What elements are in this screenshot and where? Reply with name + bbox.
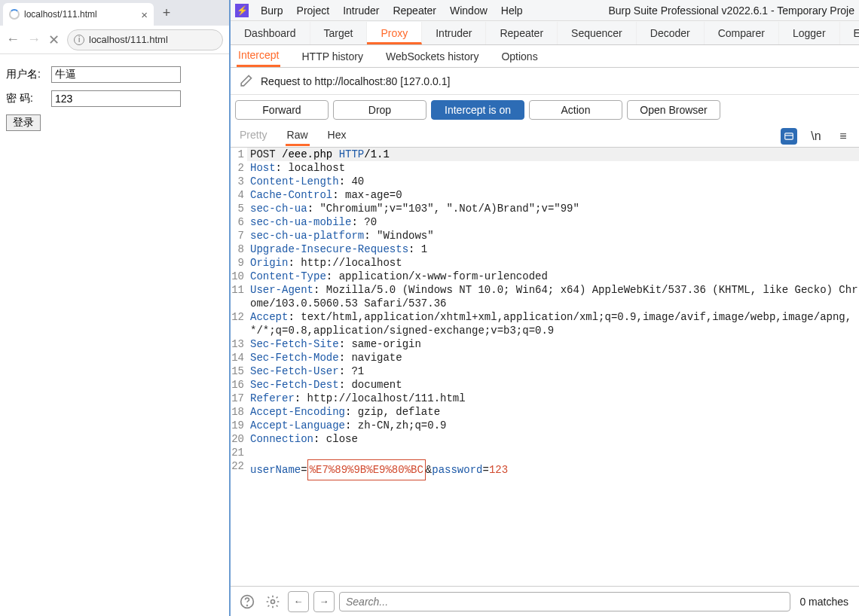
burp-sub-tabs: InterceptHTTP historyWebSockets historyO… — [231, 45, 859, 68]
request-info-bar: Request to http://localhost:80 [127.0.0.… — [231, 68, 859, 95]
tab-logger[interactable]: Logger — [779, 22, 840, 44]
message-editor-icon[interactable] — [781, 128, 797, 145]
tab-target[interactable]: Target — [310, 22, 368, 44]
code-line: 6sec-ch-ua-mobile: ?0 — [231, 215, 859, 229]
viewtab-pretty[interactable]: Pretty — [238, 126, 269, 146]
prev-match-button[interactable]: ← — [288, 591, 309, 612]
next-match-button[interactable]: → — [313, 591, 335, 612]
request-editor[interactable]: 1POST /eee.php HTTP/1.12Host: localhost3… — [231, 148, 859, 586]
code-line: 20Connection: close — [231, 432, 859, 446]
action-bar: Forward Drop Intercept is on Action Open… — [231, 95, 859, 125]
code-line: 21 — [231, 446, 859, 459]
view-tabs: PrettyRawHex \n ≡ — [231, 125, 859, 148]
username-input[interactable] — [51, 66, 181, 83]
code-line: 4Cache-Control: max-age=0 — [231, 188, 859, 202]
code-line: 14Sec-Fetch-Mode: navigate — [231, 351, 859, 364]
code-line: 16Sec-Fetch-Dest: document — [231, 378, 859, 392]
forward-button[interactable]: Forward — [235, 100, 329, 120]
loading-spinner-icon — [9, 9, 20, 20]
url-text: localhost/111.html — [89, 34, 168, 45]
code-line: 17Referer: http://localhost/111.html — [231, 392, 859, 405]
burp-main-tabs: DashboardTargetProxyIntruderRepeaterSequ… — [231, 21, 859, 45]
page-content: 用户名: 密 码: 登录 — [0, 54, 229, 143]
burp-panel: ⚡ BurpProjectIntruderRepeaterWindowHelp … — [231, 0, 859, 616]
tab-intruder[interactable]: Intruder — [422, 22, 486, 44]
svg-point-3 — [247, 605, 248, 605]
search-input[interactable] — [339, 592, 790, 611]
drop-button[interactable]: Drop — [333, 100, 426, 120]
close-tab-icon[interactable]: × — [141, 8, 148, 21]
hamburger-icon[interactable]: ≡ — [835, 128, 851, 145]
browser-tab[interactable]: localhost/111.html × — [3, 3, 154, 26]
tab-sequencer[interactable]: Sequencer — [558, 22, 637, 44]
svg-rect-0 — [785, 133, 793, 139]
bottom-bar: ← → 0 matches — [231, 586, 859, 616]
code-line: 10Content-Type: application/x-www-form-u… — [231, 270, 859, 283]
code-line: 19Accept-Language: zh-CN,zh;q=0.9 — [231, 419, 859, 432]
action-button[interactable]: Action — [529, 100, 622, 120]
subtab-options[interactable]: Options — [500, 47, 539, 66]
subtab-websockets-history[interactable]: WebSockets history — [384, 47, 480, 66]
back-button[interactable]: ← — [6, 32, 20, 47]
burp-window-title: Burp Suite Professional v2022.6.1 - Temp… — [608, 5, 854, 17]
request-info-text: Request to http://localhost:80 [127.0.0.… — [261, 75, 450, 87]
help-icon[interactable] — [237, 591, 258, 612]
menu-repeater[interactable]: Repeater — [393, 5, 436, 17]
menu-intruder[interactable]: Intruder — [343, 5, 379, 17]
browser-panel: localhost/111.html × + ← → ✕ i localhost… — [0, 0, 231, 616]
password-label: 密 码: — [6, 92, 48, 105]
code-line: 9Origin: http://localhost — [231, 256, 859, 270]
svg-point-4 — [271, 599, 275, 603]
code-line: 13Sec-Fetch-Site: same-origin — [231, 337, 859, 351]
code-line: 22userName=%E7%89%9B%E9%80%BC&password=1… — [231, 459, 859, 480]
code-line: 18Accept-Encoding: gzip, deflate — [231, 405, 859, 419]
newline-toggle-icon[interactable]: \n — [808, 128, 824, 145]
forward-button[interactable]: → — [27, 32, 41, 47]
burp-logo-icon: ⚡ — [235, 4, 249, 17]
code-line: 1POST /eee.php HTTP/1.1 — [231, 148, 859, 161]
code-line: 11User-Agent: Mozilla/5.0 (Windows NT 10… — [231, 283, 859, 310]
menu-burp[interactable]: Burp — [261, 5, 283, 17]
browser-toolbar: ← → ✕ i localhost/111.html — [0, 26, 229, 54]
code-line: 8Upgrade-Insecure-Requests: 1 — [231, 242, 859, 256]
burp-menubar: ⚡ BurpProjectIntruderRepeaterWindowHelp … — [231, 0, 859, 21]
tab-decoder[interactable]: Decoder — [637, 22, 705, 44]
password-input[interactable] — [51, 90, 181, 107]
code-line: 15Sec-Fetch-User: ?1 — [231, 364, 859, 378]
tab-proxy[interactable]: Proxy — [367, 22, 422, 44]
site-info-icon[interactable]: i — [74, 35, 84, 45]
matches-count: 0 matches — [795, 596, 853, 608]
stop-button[interactable]: ✕ — [48, 32, 60, 48]
username-label: 用户名: — [6, 68, 48, 81]
new-tab-button[interactable]: + — [157, 3, 176, 23]
viewtab-hex[interactable]: Hex — [326, 126, 348, 146]
login-button[interactable]: 登录 — [6, 114, 41, 131]
tab-dashboard[interactable]: Dashboard — [231, 22, 310, 44]
browser-tab-strip: localhost/111.html × + — [0, 0, 229, 26]
menu-help[interactable]: Help — [501, 5, 523, 17]
tab-title: localhost/111.html — [24, 9, 136, 20]
tab-comparer[interactable]: Comparer — [705, 22, 779, 44]
menu-window[interactable]: Window — [450, 5, 488, 17]
open-browser-button[interactable]: Open Browser — [627, 100, 720, 120]
code-line: 12Accept: text/html,application/xhtml+xm… — [231, 310, 859, 337]
code-line: 5sec-ch-ua: "Chromium";v="103", ".Not/A)… — [231, 202, 859, 215]
code-line: 3Content-Length: 40 — [231, 175, 859, 188]
viewtab-raw[interactable]: Raw — [286, 126, 310, 146]
gear-icon[interactable] — [262, 591, 283, 612]
edit-icon[interactable] — [238, 74, 253, 89]
code-line: 7sec-ch-ua-platform: "Windows" — [231, 229, 859, 242]
tab-exte[interactable]: Exte — [840, 22, 859, 44]
menu-project[interactable]: Project — [297, 5, 330, 17]
tab-repeater[interactable]: Repeater — [486, 22, 558, 44]
url-bar[interactable]: i localhost/111.html — [67, 29, 223, 50]
subtab-http-history[interactable]: HTTP history — [300, 47, 364, 66]
code-line: 2Host: localhost — [231, 161, 859, 175]
subtab-intercept[interactable]: Intercept — [237, 45, 280, 67]
intercept-toggle-button[interactable]: Intercept is on — [431, 100, 524, 120]
